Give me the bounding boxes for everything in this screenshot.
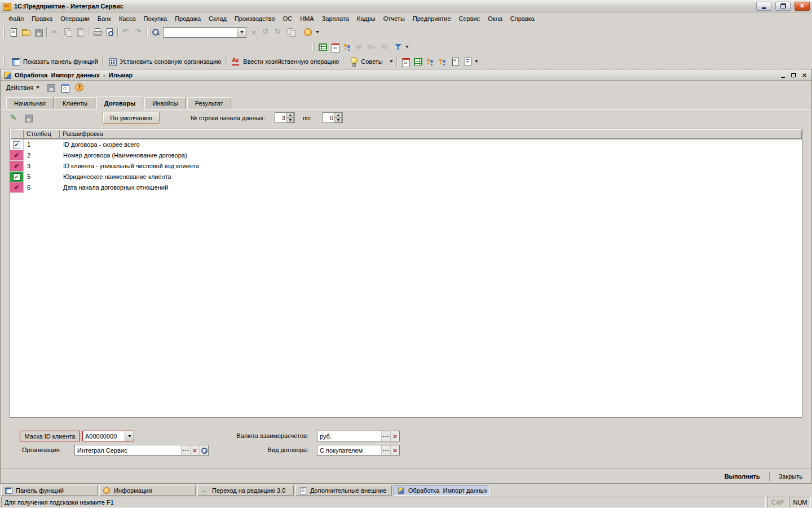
duplicate-button[interactable]: [285, 26, 297, 38]
counterparties-button[interactable]: [424, 55, 436, 68]
new-document-button[interactable]: [7, 26, 20, 38]
menu-item[interactable]: Кадры: [353, 14, 379, 24]
close-button[interactable]: [795, 2, 810, 11]
find-button[interactable]: [149, 26, 162, 38]
contract-type-input[interactable]: [317, 445, 381, 455]
toolbar-overflow-button[interactable]: [404, 41, 411, 52]
spin-up-button[interactable]: [334, 113, 342, 118]
menu-item[interactable]: Отчеты: [379, 14, 409, 24]
taskbar-item[interactable]: Панель функций: [1, 485, 98, 496]
currency-select-button[interactable]: [381, 431, 390, 441]
employees-button[interactable]: [436, 55, 449, 68]
redo-button[interactable]: [133, 26, 145, 38]
calculator-button[interactable]: [341, 41, 354, 53]
restore-button[interactable]: [775, 2, 791, 11]
toolbar-grip[interactable]: [312, 42, 314, 51]
organization-clear-button[interactable]: [190, 445, 199, 455]
contract-type-select-button[interactable]: [381, 445, 390, 455]
child-restore-button[interactable]: [789, 71, 798, 79]
toolbar-grip[interactable]: [3, 57, 5, 66]
menu-item[interactable]: Предприятие: [409, 14, 455, 24]
print-button[interactable]: [91, 26, 103, 38]
save-row-button[interactable]: [22, 112, 34, 124]
spin-up-button[interactable]: [286, 113, 294, 118]
command-button[interactable]: Ввести хозяйственную операцию: [227, 56, 343, 67]
filter-button[interactable]: [392, 41, 404, 53]
column-checkbox[interactable]: [10, 182, 24, 193]
edit-button[interactable]: [8, 112, 21, 124]
menu-item[interactable]: Справка: [506, 14, 539, 24]
save-button[interactable]: [32, 26, 45, 38]
table-row[interactable]: 6 Дата начала договорных отношений: [10, 182, 802, 193]
menu-item[interactable]: Зарплата: [318, 14, 353, 24]
save-settings-button[interactable]: [45, 81, 57, 94]
menu-item[interactable]: Продажа: [171, 14, 205, 24]
currency-input[interactable]: [317, 431, 381, 441]
column-checkbox[interactable]: [10, 150, 24, 161]
clear-search-button[interactable]: [248, 26, 260, 38]
command-button[interactable]: Советы: [345, 56, 386, 67]
memory-button[interactable]: М+: [364, 42, 379, 52]
toolbar-overflow-button[interactable]: [314, 27, 320, 38]
tab[interactable]: Клиенты: [55, 97, 95, 109]
menu-item[interactable]: Файл: [5, 14, 28, 24]
report-button[interactable]: [449, 55, 461, 68]
paste-button[interactable]: [74, 26, 86, 38]
table-row[interactable]: 3 ID клиента - уникальный числовой код к…: [10, 161, 802, 172]
organization-input[interactable]: [75, 445, 181, 455]
start-row-input[interactable]: [275, 113, 286, 122]
menu-item[interactable]: НМА: [296, 14, 317, 24]
child-close-button[interactable]: [800, 71, 809, 79]
print-preview-button[interactable]: [103, 26, 116, 38]
menu-item[interactable]: Сервис: [455, 14, 484, 24]
export-button[interactable]: [461, 55, 474, 68]
table-row[interactable]: 1 ID договора - скорее всего: [10, 139, 802, 150]
command-button[interactable]: Показать панель функций: [7, 56, 103, 67]
taskbar-item[interactable]: Дополнительные внешние ...: [295, 485, 392, 496]
cut-button[interactable]: [49, 26, 61, 38]
menu-item[interactable]: Банк: [94, 14, 115, 24]
memory-button[interactable]: М-: [379, 42, 392, 52]
menu-item[interactable]: Касса: [115, 14, 140, 24]
tab[interactable]: Договоры: [96, 97, 143, 110]
documents-button[interactable]: [412, 55, 424, 68]
menu-item[interactable]: ОС: [279, 14, 297, 24]
menu-item[interactable]: Правка: [28, 14, 56, 24]
find-previous-button[interactable]: [260, 26, 272, 38]
quick-search-input[interactable]: [164, 29, 237, 36]
menu-item[interactable]: Операции: [56, 14, 93, 24]
close-form-button[interactable]: Закрыть: [774, 471, 807, 481]
menu-item[interactable]: Окна: [484, 14, 506, 24]
organization-open-button[interactable]: [199, 445, 208, 455]
journal-button[interactable]: [399, 55, 412, 68]
table-row[interactable]: 2 Номер договора (Наименование договора): [10, 150, 802, 161]
menu-item[interactable]: Склад: [205, 14, 231, 24]
column-checkbox[interactable]: [10, 161, 24, 172]
command-button[interactable]: Установить основную организацию: [104, 56, 226, 67]
spreadsheet-button[interactable]: [316, 41, 329, 53]
open-button[interactable]: [20, 26, 32, 38]
memory-button[interactable]: М: [354, 42, 364, 52]
table-row[interactable]: 5 Юридическое наименование клиента: [10, 172, 802, 182]
tab[interactable]: Результат: [187, 97, 231, 109]
info-button[interactable]: [302, 26, 314, 38]
menu-item[interactable]: Покупка: [140, 14, 171, 24]
open-settings-button[interactable]: [59, 81, 71, 94]
spin-down-button[interactable]: [286, 118, 294, 123]
menu-item[interactable]: Производство: [231, 14, 279, 24]
currency-clear-button[interactable]: [390, 431, 399, 441]
taskbar-item[interactable]: Переход на редакцию 3.0: [197, 485, 294, 496]
default-button[interactable]: По умолчанию: [103, 112, 160, 124]
taskbar-item[interactable]: Обработка Импорт данных...: [394, 485, 490, 496]
calendar-button[interactable]: [329, 41, 341, 53]
tab[interactable]: Начальная: [6, 97, 54, 109]
column-checkbox[interactable]: [10, 139, 24, 150]
tab[interactable]: Инвойсы: [144, 97, 186, 109]
help-button[interactable]: [73, 81, 85, 94]
taskbar-item[interactable]: Информация: [99, 485, 196, 496]
client-id-mask-button[interactable]: Маска ID клиента: [20, 431, 80, 441]
toolbar-overflow-button[interactable]: [474, 56, 480, 67]
actions-menu-button[interactable]: Действия: [3, 82, 43, 93]
find-next-button[interactable]: [272, 26, 285, 38]
client-id-mask-input[interactable]: [83, 431, 125, 441]
